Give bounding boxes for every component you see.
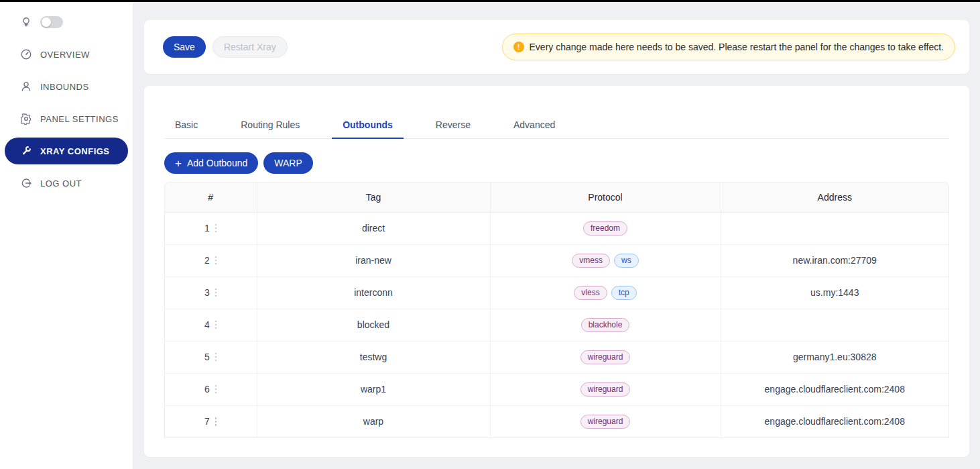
row-number-cell: 5 — [165, 341, 257, 373]
plus-icon: + — [175, 158, 182, 169]
alert-text: Every change made here needs to be saved… — [530, 42, 944, 52]
restart-warning-alert: ! Every change made here needs to be sav… — [502, 34, 955, 60]
sidebar-item-label: XRAY CONFIGS — [40, 146, 110, 156]
row-number-cell: 1 — [165, 212, 257, 244]
sidebar-item-log-out[interactable]: LOG OUT — [0, 167, 133, 199]
address-cell: engage.cloudflareclient.com:2408 — [721, 373, 948, 405]
add-outbound-button[interactable]: +Add Outbound — [164, 152, 258, 174]
protocol-badge-wireguard: wireguard — [580, 382, 631, 397]
outbound-row: 6warp1wireguardengage.cloudflareclient.c… — [165, 373, 948, 405]
drag-handle-icon[interactable] — [215, 224, 217, 233]
row-number: 7 — [204, 416, 210, 427]
drag-handle-icon[interactable] — [215, 256, 217, 265]
row-number: 2 — [204, 255, 210, 266]
dashboard-icon — [20, 48, 32, 60]
address-cell: new.iran.com:27709 — [721, 244, 948, 276]
address-cell: us.my:1443 — [721, 276, 948, 309]
protocol-cell: wireguard — [490, 373, 721, 405]
switch-knob — [42, 17, 51, 27]
sidebar-item-label: LOG OUT — [40, 178, 82, 189]
outbound-row: 7warpwireguardengage.cloudflareclient.co… — [165, 405, 948, 437]
drag-handle-icon[interactable] — [215, 353, 217, 362]
sidebar-item-label: OVERVIEW — [40, 50, 90, 60]
protocol-badge-blackhole: blackhole — [581, 318, 630, 332]
column-header-protocol: Protocol — [490, 183, 721, 212]
row-number: 1 — [204, 223, 210, 233]
drag-handle-icon[interactable] — [215, 385, 217, 394]
protocol-badge-tcp: tcp — [611, 286, 637, 300]
tag-cell: warp — [257, 405, 490, 437]
protocol-badge-ws: ws — [614, 254, 639, 268]
protocol-badge-wireguard: wireguard — [580, 350, 631, 364]
tab-reverse[interactable]: Reverse — [425, 111, 481, 138]
address-cell — [721, 212, 948, 244]
user-icon — [20, 81, 32, 93]
outbound-row: 1directfreedom — [165, 212, 948, 244]
row-number-cell: 2 — [165, 244, 257, 276]
protocol-cell: blackhole — [490, 309, 721, 341]
column-header-address: Address — [721, 183, 948, 212]
protocol-badge-vmess: vmess — [572, 254, 610, 268]
gear-icon — [20, 113, 32, 125]
row-number: 4 — [204, 319, 210, 330]
tag-cell: direct — [257, 212, 490, 244]
lightbulb-icon — [20, 16, 32, 28]
sidebar-item-overview[interactable]: OVERVIEW — [0, 38, 133, 70]
tag-cell: warp1 — [257, 373, 490, 405]
address-cell: germany1.eu:30828 — [721, 341, 948, 373]
sidebar-item-label: INBOUNDS — [40, 82, 89, 92]
drag-handle-icon[interactable] — [215, 417, 217, 426]
sidebar-item-xray-configs[interactable]: XRAY CONFIGS — [5, 138, 128, 164]
row-number-cell: 7 — [165, 405, 257, 437]
wrench-icon — [20, 145, 32, 157]
sidebar-nav: OVERVIEWINBOUNDSPANEL SETTINGSXRAY CONFI… — [0, 38, 133, 199]
row-number: 6 — [204, 384, 210, 395]
protocol-cell: wireguard — [490, 341, 721, 373]
drag-handle-icon[interactable] — [215, 289, 217, 297]
drag-handle-icon[interactable] — [215, 321, 217, 329]
sidebar: OVERVIEWINBOUNDSPANEL SETTINGSXRAY CONFI… — [0, 2, 133, 469]
tag-cell: interconn — [257, 276, 490, 309]
row-number: 5 — [204, 352, 210, 362]
column-header-num: # — [165, 183, 257, 212]
sidebar-item-panel-settings[interactable]: PANEL SETTINGS — [0, 103, 133, 135]
row-number-cell: 4 — [165, 309, 257, 341]
address-cell: engage.cloudflareclient.com:2408 — [721, 405, 948, 437]
outbound-row: 4blockedblackhole — [165, 309, 948, 341]
tab-advanced[interactable]: Advanced — [503, 111, 566, 138]
warp-button[interactable]: WARP — [263, 152, 312, 174]
tab-routing-rules[interactable]: Routing Rules — [230, 111, 310, 138]
row-number-cell: 3 — [165, 276, 257, 309]
warning-icon: ! — [513, 42, 524, 52]
outbound-row: 5testwgwireguardgermany1.eu:30828 — [165, 341, 948, 373]
theme-toggle-row — [0, 6, 133, 38]
sidebar-item-inbounds[interactable]: INBOUNDS — [0, 70, 133, 103]
sidebar-item-label: PANEL SETTINGS — [40, 114, 119, 124]
save-button[interactable]: Save — [163, 36, 206, 58]
protocol-cell: vmessws — [490, 244, 721, 276]
outbound-row: 2iran-newvmesswsnew.iran.com:27709 — [165, 244, 948, 276]
tag-cell: blocked — [257, 309, 490, 341]
outbounds-table: #TagProtocolAddress 1directfreedom2iran-… — [164, 182, 949, 438]
tab-outbounds[interactable]: Outbounds — [332, 111, 404, 138]
main-content: Save Restart Xray ! Every change made he… — [133, 2, 980, 469]
toolbar-card: Save Restart Xray ! Every change made he… — [144, 20, 969, 74]
row-number-cell: 6 — [165, 373, 257, 405]
tag-cell: testwg — [257, 341, 490, 373]
protocol-cell: wireguard — [490, 405, 721, 437]
tab-basic[interactable]: Basic — [164, 111, 208, 138]
protocol-cell: freedom — [490, 212, 721, 244]
restart-xray-button[interactable]: Restart Xray — [212, 36, 288, 58]
theme-toggle-switch[interactable] — [40, 16, 63, 28]
row-number: 3 — [204, 287, 210, 298]
outbound-row: 3interconnvlesstcpus.my:1443 — [165, 276, 948, 309]
outbound-actions: +Add Outbound WARP — [164, 152, 949, 174]
tag-cell: iran-new — [257, 244, 490, 276]
tab-bar: BasicRouting RulesOutboundsReverseAdvanc… — [164, 111, 949, 139]
xray-configs-card: BasicRouting RulesOutboundsReverseAdvanc… — [144, 86, 969, 457]
protocol-badge-freedom: freedom — [583, 221, 627, 236]
protocol-badge-wireguard: wireguard — [580, 415, 631, 429]
address-cell — [721, 309, 948, 341]
protocol-cell: vlesstcp — [490, 276, 721, 309]
protocol-badge-vless: vless — [574, 286, 607, 300]
